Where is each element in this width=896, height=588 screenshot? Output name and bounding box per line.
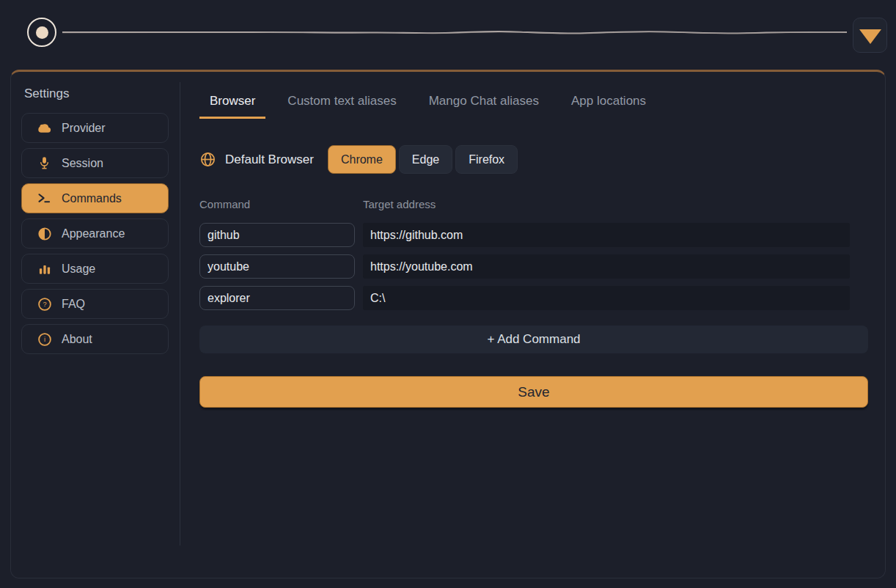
sidebar-item-appearance[interactable]: Appearance	[21, 218, 169, 249]
globe-icon	[199, 151, 216, 168]
sidebar-item-label: Commands	[62, 192, 122, 205]
content-area: Browser Custom text aliases Mango Chat a…	[180, 72, 885, 578]
terminal-icon	[36, 190, 53, 207]
triangle-down-icon	[859, 29, 881, 44]
table-header: Command Target address	[199, 198, 850, 210]
microphone-icon	[36, 155, 53, 172]
table-row	[199, 286, 850, 310]
default-browser-row: Default Browser Chrome Edge Firefox	[199, 145, 868, 174]
svg-text:i: i	[43, 336, 45, 343]
target-address-input[interactable]	[363, 223, 850, 247]
tab-custom-text-aliases[interactable]: Custom text aliases	[277, 91, 406, 119]
table-row	[199, 223, 850, 247]
sidebar-item-session[interactable]: Session	[21, 148, 169, 178]
column-header-target: Target address	[363, 198, 436, 210]
sidebar-item-about[interactable]: i About	[21, 324, 169, 354]
browser-option-chrome[interactable]: Chrome	[328, 145, 396, 174]
tab-mango-chat-aliases[interactable]: Mango Chat aliases	[419, 91, 549, 119]
sidebar-item-label: Provider	[62, 122, 106, 135]
sidebar-item-faq[interactable]: ? FAQ	[21, 289, 169, 319]
table-row	[199, 254, 850, 279]
sidebar-item-usage[interactable]: Usage	[21, 254, 169, 284]
expand-dropdown-button[interactable]	[853, 18, 887, 53]
column-header-command: Command	[199, 198, 363, 210]
tab-browser[interactable]: Browser	[199, 91, 265, 119]
add-command-button[interactable]: + Add Command	[199, 326, 868, 353]
contrast-icon	[36, 225, 53, 242]
sidebar-item-label: Usage	[62, 262, 95, 276]
top-bar	[0, 0, 896, 66]
sidebar: Settings Provider Session Commands Appea…	[11, 72, 180, 578]
browser-option-edge[interactable]: Edge	[399, 145, 452, 174]
sidebar-item-commands[interactable]: Commands	[21, 183, 169, 213]
default-browser-label: Default Browser	[225, 152, 314, 167]
svg-text:?: ?	[43, 301, 46, 308]
browser-option-firefox[interactable]: Firefox	[455, 145, 518, 174]
tab-bar: Browser Custom text aliases Mango Chat a…	[199, 91, 868, 119]
cloud-icon	[36, 120, 53, 136]
command-input[interactable]	[199, 254, 355, 279]
target-address-input[interactable]	[363, 286, 850, 310]
sidebar-item-provider[interactable]: Provider	[21, 113, 169, 143]
settings-panel: Settings Provider Session Commands Appea…	[10, 70, 886, 578]
command-input[interactable]	[199, 286, 355, 310]
command-input[interactable]	[199, 223, 355, 247]
audio-waveform-icon	[62, 25, 847, 40]
sidebar-item-label: Appearance	[62, 227, 125, 240]
sidebar-item-label: FAQ	[62, 298, 85, 311]
save-button[interactable]: Save	[199, 376, 868, 408]
sidebar-title: Settings	[24, 87, 180, 101]
target-address-input[interactable]	[363, 254, 850, 279]
question-icon: ?	[36, 295, 53, 312]
record-button[interactable]	[27, 18, 56, 47]
commands-table: Command Target address	[199, 198, 850, 310]
bar-chart-icon	[36, 260, 53, 277]
sidebar-item-label: About	[62, 333, 92, 346]
tab-app-locations[interactable]: App locations	[561, 91, 656, 119]
sidebar-item-label: Session	[62, 157, 103, 170]
record-dot-icon	[36, 26, 48, 39]
info-icon: i	[36, 331, 53, 348]
